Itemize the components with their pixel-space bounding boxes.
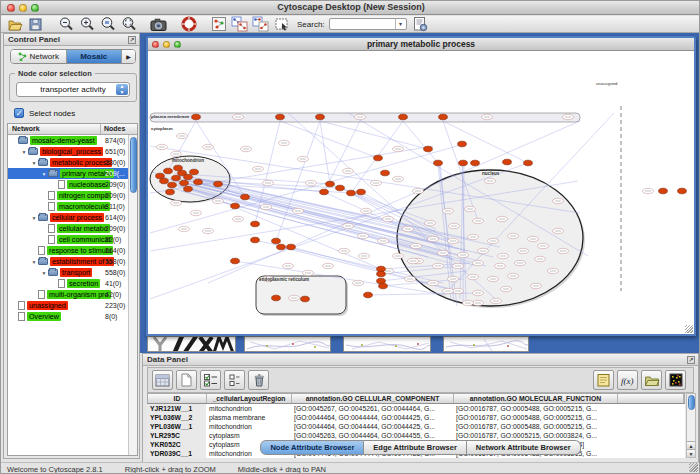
tree-row[interactable]: Overview8(0) <box>8 311 137 322</box>
table-column-header[interactable]: annotation.GO MOLECULAR_FUNCTION <box>454 394 618 403</box>
attribute-select-icon[interactable] <box>152 370 173 390</box>
tree-scrollbar[interactable] <box>128 135 137 455</box>
selected-gene-node <box>214 181 223 187</box>
tree-row[interactable]: nucleobase-209(0) <box>8 179 137 190</box>
tree-row-node-count: 280(0) <box>105 159 125 166</box>
zoom-selected-icon[interactable] <box>98 17 117 32</box>
table-column-header[interactable]: annotation.GO CELLULAR_COMPONENT <box>292 394 454 403</box>
matrix-icon[interactable] <box>665 370 686 390</box>
combo-arrows-icon: ▲▼ <box>116 84 128 95</box>
formula-icon[interactable]: f(x) <box>617 370 638 390</box>
select-nodes-checkbox[interactable]: ✓ <box>14 108 24 118</box>
table-cell <box>617 431 685 440</box>
tab-network-attribute-browser[interactable]: Network Attribute Browser <box>467 440 581 455</box>
search-dropdown-arrow-icon[interactable]: ▾ <box>395 19 406 29</box>
data-panel: Data Panel ↗ f(x) ID_cellularLayoutRegio… <box>142 353 699 463</box>
tree-row[interactable]: ▼primary metabo209(... <box>8 168 137 179</box>
selected-gene-node <box>166 189 175 195</box>
search-box: ▾ <box>329 18 407 30</box>
selected-gene-node <box>524 160 533 166</box>
tab-node-attribute-browser[interactable]: Node Attribute Browser <box>260 440 364 455</box>
tree-row[interactable]: multi-organism pro42(0) <box>8 289 137 300</box>
copy-network-alt-icon[interactable] <box>251 17 270 32</box>
tree-row[interactable]: cell communicat22(0) <box>8 234 137 245</box>
float-panel-icon[interactable]: ↗ <box>128 36 136 44</box>
table-row[interactable]: YLR295Ccytoplasm[GO:0045263, GO:0044464,… <box>147 431 685 440</box>
float-panel-icon[interactable]: ↗ <box>687 356 695 364</box>
tree-row[interactable]: response to stimulu264(0) <box>8 245 137 256</box>
tree-column-nodes[interactable]: Nodes <box>101 124 137 134</box>
zoom-fit-icon[interactable] <box>119 17 138 32</box>
table-row[interactable]: YPL036W__2plasma membrane[GO:0044464, GO… <box>147 413 685 422</box>
background-window-fragment[interactable] <box>147 336 236 352</box>
expander-icon[interactable]: ▼ <box>30 259 38 265</box>
folder-icon <box>18 137 28 144</box>
selected-gene-node <box>194 179 203 185</box>
table-row[interactable]: YJR121W__1mitochondrion[GO:0045267, GO:0… <box>147 404 685 413</box>
tree-row[interactable]: ▼establishment of lo558(0) <box>8 256 137 267</box>
expander-icon[interactable]: ▼ <box>40 171 48 177</box>
table-column-header[interactable]: _cellularLayoutRegion <box>207 394 292 403</box>
compartment-label: nucleus <box>482 171 500 176</box>
tree-row[interactable]: macromolecule311(0) <box>8 201 137 212</box>
background-window-fragment[interactable] <box>343 336 431 352</box>
background-window-fragment[interactable] <box>244 336 331 352</box>
attribute-new-icon[interactable] <box>176 370 197 390</box>
table-row[interactable]: YPL036W__1mitochondrion[GO:0044464, GO:0… <box>147 422 685 431</box>
network-window-titlebar[interactable]: primary metabolic process <box>148 38 694 51</box>
expander-icon[interactable]: ▼ <box>20 149 28 155</box>
selected-gene-node <box>301 296 310 302</box>
tab-network[interactable]: Network <box>11 50 67 63</box>
zoom-in-icon[interactable] <box>77 17 96 32</box>
tree-scrollbar-thumb[interactable] <box>130 137 137 193</box>
tab-edge-attribute-browser[interactable]: Edge Attribute Browser <box>364 440 466 455</box>
open-icon[interactable] <box>5 17 24 32</box>
help-icon[interactable] <box>179 17 198 32</box>
node-color-select[interactable]: transporter activity ▲▼ <box>16 82 130 97</box>
attribute-browser-tabs: Node Attribute BrowserEdge Attribute Bro… <box>143 440 698 455</box>
network-icon[interactable] <box>209 17 228 32</box>
table-scrollbar-thumb[interactable] <box>688 395 695 410</box>
zoom-out-icon[interactable] <box>56 17 75 32</box>
snapshot-icon[interactable] <box>149 17 168 32</box>
tree-row[interactable]: unassigned223(0) <box>8 300 137 311</box>
tree-row[interactable]: mosaic-demo-yeast874(0) <box>8 135 137 146</box>
expander-icon[interactable]: ▼ <box>30 215 38 221</box>
tab-overflow-button[interactable]: ▶ <box>122 50 135 63</box>
select-nodes-label: Select nodes <box>29 109 75 118</box>
tree-row[interactable]: ▼biological_process651(0) <box>8 146 137 157</box>
attribute-unselect-all-icon[interactable] <box>224 370 245 390</box>
expander-icon[interactable]: ▼ <box>40 270 48 276</box>
window-resize-grip[interactable] <box>685 325 693 333</box>
tree-row-label: nucleobase- <box>67 180 110 189</box>
tree-column-network[interactable]: Network <box>8 124 101 134</box>
folder-icon <box>48 269 58 276</box>
table-cell: [GO:0016787, GO:0005215, GO:0003824, G..… <box>453 431 617 440</box>
import-icon[interactable] <box>641 370 662 390</box>
table-cell <box>617 422 685 431</box>
tree-row-node-count: 264(0) <box>105 247 125 254</box>
table-column-header[interactable]: ID <box>148 394 207 403</box>
attribute-select-all-icon[interactable] <box>200 370 221 390</box>
select-mode-icon[interactable] <box>272 17 291 32</box>
tree-row[interactable]: nitrogen compo209(0) <box>8 190 137 201</box>
tree-row[interactable]: ▼metabolic process280(0) <box>8 157 137 168</box>
attribute-delete-icon[interactable] <box>248 370 269 390</box>
expander-icon[interactable]: ▼ <box>30 160 38 166</box>
tree-row[interactable]: secretion41(0) <box>8 278 137 289</box>
tab-mosaic[interactable]: Mosaic <box>67 50 123 63</box>
app-resize-grip[interactable] <box>689 463 698 472</box>
tree-header[interactable]: Network Nodes <box>8 124 137 135</box>
save-icon[interactable] <box>26 17 45 32</box>
attribute-config-icon[interactable] <box>411 17 430 32</box>
tree-row[interactable]: ▼transport558(0) <box>8 267 137 278</box>
copy-network-icon[interactable] <box>230 17 249 32</box>
attribute-table-header[interactable]: ID_cellularLayoutRegionannotation.GO CEL… <box>147 393 685 404</box>
background-window-fragment[interactable] <box>443 336 529 352</box>
tree-row[interactable]: cellular metabo209(0) <box>8 223 137 234</box>
tree-row[interactable]: ▼cellular process614(0) <box>8 212 137 223</box>
table-column-header[interactable] <box>618 394 684 403</box>
notes-icon[interactable] <box>593 370 614 390</box>
search-input[interactable] <box>332 19 394 29</box>
network-canvas[interactable]: plasma membranecytoplasmmitochondrionnuc… <box>148 51 694 334</box>
